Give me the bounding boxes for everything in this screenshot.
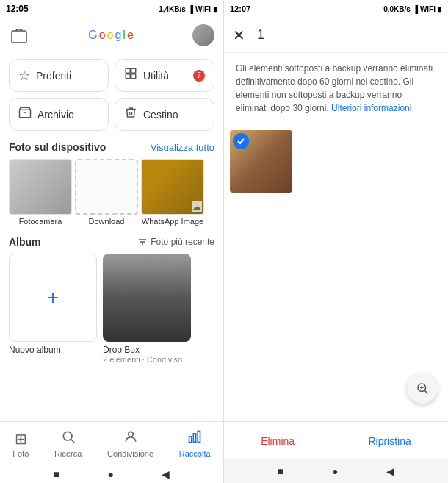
fotocamera-label: Fotocamera (9, 217, 72, 226)
close-button[interactable]: ✕ (233, 26, 245, 44)
app-logo (9, 25, 29, 46)
album-new[interactable]: + Nuovo album (9, 254, 97, 364)
selected-count: 1 (257, 27, 264, 43)
nav-condivisione[interactable]: Condivisione (98, 426, 162, 461)
dropbox-label: Drop Box (103, 345, 191, 355)
info-box: Gli elementi sottoposti a backup verrann… (224, 53, 448, 124)
trash-icon (124, 106, 137, 123)
google-photos-logo-text: Google Google Foto (88, 29, 134, 42)
download-label: Download (75, 217, 138, 226)
selected-photo-item[interactable] (230, 130, 292, 193)
zoom-fab-button[interactable] (407, 373, 438, 404)
android-nav-bar-left: ■ ● ◀ (0, 465, 223, 483)
android-nav-bar-right: ■ ● ◀ (224, 459, 448, 483)
star-icon: ☆ (18, 68, 30, 84)
device-section-title: Foto sul dispositivo (9, 141, 106, 153)
utilita-label: Utilità (143, 70, 169, 82)
dropbox-meta: 2 elementi · Condiviso (103, 355, 191, 364)
condivisione-icon (123, 429, 138, 448)
device-section-header: Foto sul dispositivo Visualizza tutto (0, 137, 223, 156)
album-sort-button[interactable]: Foto più recente (137, 237, 214, 247)
new-album-label: Nuovo album (9, 345, 97, 355)
download-thumb (75, 159, 138, 215)
dropbox-thumb (103, 254, 191, 342)
avatar[interactable] (192, 24, 214, 46)
visualizza-tutto-link[interactable]: Visualizza tutto (151, 142, 214, 153)
android-back-btn-left[interactable]: ◀ (162, 468, 170, 480)
foto-icon: ⊞ (15, 430, 27, 448)
android-square-btn-left[interactable]: ■ (54, 468, 59, 480)
svg-line-8 (71, 440, 74, 443)
svg-rect-10 (189, 437, 192, 443)
nav-ricerca[interactable]: Ricerca (46, 426, 90, 461)
elimina-button[interactable]: Elimina (261, 435, 295, 447)
raccolta-icon (187, 429, 202, 448)
quick-item-preferiti[interactable]: ☆ Preferiti (9, 59, 109, 92)
quick-item-cestino[interactable]: Cestino (115, 98, 214, 131)
folder-fotocamera[interactable]: Fotocamera (9, 159, 72, 226)
android-home-btn-right[interactable]: ● (332, 465, 338, 477)
ulteriori-informazioni-link[interactable]: Ulteriori informazioni (331, 103, 411, 113)
right-top-bar: ✕ 1 (224, 18, 448, 53)
bottom-nav: ⊞ Foto Ricerca Condivisione (0, 421, 223, 465)
shop-icon (9, 25, 29, 46)
right-status-icons: 0,0KB/s ▐ WiFi ▮ (383, 5, 442, 13)
whatsapp-thumb: ☁ (141, 159, 204, 215)
android-square-btn-right[interactable]: ■ (278, 465, 283, 477)
quick-item-archivio[interactable]: Archivio (9, 98, 109, 131)
svg-rect-1 (126, 68, 130, 73)
quick-item-utilita[interactable]: Utilità 7 (115, 59, 214, 92)
archivio-label: Archivio (37, 109, 74, 121)
new-album-thumb: + (9, 254, 97, 342)
svg-rect-5 (20, 110, 31, 118)
cestino-label: Cestino (143, 109, 178, 121)
album-section: Album Foto più recente + Nuovo album Dro… (0, 232, 223, 421)
quick-items-grid: ☆ Preferiti Utilità 7 Archivio (0, 53, 223, 137)
album-section-title: Album (9, 236, 41, 248)
whatsapp-label: WhatsApp Image (141, 217, 204, 226)
album-section-header: Album Foto più recente (0, 232, 223, 251)
check-overlay (233, 133, 249, 149)
album-grid: + Nuovo album Drop Box 2 elementi · Cond… (0, 251, 223, 370)
svg-line-14 (424, 390, 427, 393)
cloud-icon: ☁ (192, 201, 202, 212)
svg-rect-2 (131, 68, 136, 73)
svg-rect-12 (198, 432, 200, 443)
right-status-bar: 12:07 0,0KB/s ▐ WiFi ▮ (224, 0, 448, 18)
top-bar: Google Google Foto (0, 18, 223, 53)
folder-whatsapp[interactable]: ☁ WhatsApp Image (141, 159, 204, 226)
wifi-icon-right: WiFi (420, 5, 436, 13)
svg-point-9 (128, 432, 133, 437)
right-panel: 12:07 0,0KB/s ▐ WiFi ▮ ✕ 1 Gli elementi … (224, 0, 448, 483)
checkmark-icon (236, 137, 245, 146)
zoom-icon (416, 382, 429, 395)
foto-label: Foto (12, 449, 29, 458)
archive-icon (18, 106, 32, 123)
battery-icon: ▮ (213, 5, 217, 13)
android-home-btn-left[interactable]: ● (107, 468, 113, 480)
dropbox-photo (103, 254, 191, 342)
nav-foto[interactable]: ⊞ Foto (4, 427, 37, 461)
battery-icon-right: ▮ (438, 5, 442, 13)
right-time: 12:07 (230, 4, 250, 13)
album-dropbox[interactable]: Drop Box 2 elementi · Condiviso (103, 254, 191, 364)
left-panel: 12:05 1,4KB/s ▐ WiFi ▮ Google Google Fot… (0, 0, 224, 483)
network-speed-right: 0,0KB/s (383, 5, 411, 13)
preferiti-label: Preferiti (36, 70, 71, 82)
network-speed-left: 1,4KB/s (159, 5, 186, 13)
svg-rect-3 (126, 74, 130, 79)
svg-rect-0 (12, 31, 26, 43)
folder-download[interactable]: Download (75, 159, 138, 226)
ricerca-icon (61, 429, 76, 448)
signal-icon-right: ▐ (413, 5, 418, 13)
tools-icon (124, 67, 137, 84)
ricerca-label: Ricerca (54, 449, 82, 458)
svg-point-7 (63, 432, 72, 440)
wifi-icon: WiFi (195, 5, 211, 13)
utilita-badge: 7 (193, 70, 205, 82)
ripristina-button[interactable]: Ripristina (368, 435, 411, 447)
svg-rect-11 (194, 434, 196, 443)
android-back-btn-right[interactable]: ◀ (386, 465, 394, 477)
nav-raccolta[interactable]: Raccolta (170, 426, 220, 461)
device-photos-list: Fotocamera Download ☁ WhatsApp Image (0, 156, 223, 232)
